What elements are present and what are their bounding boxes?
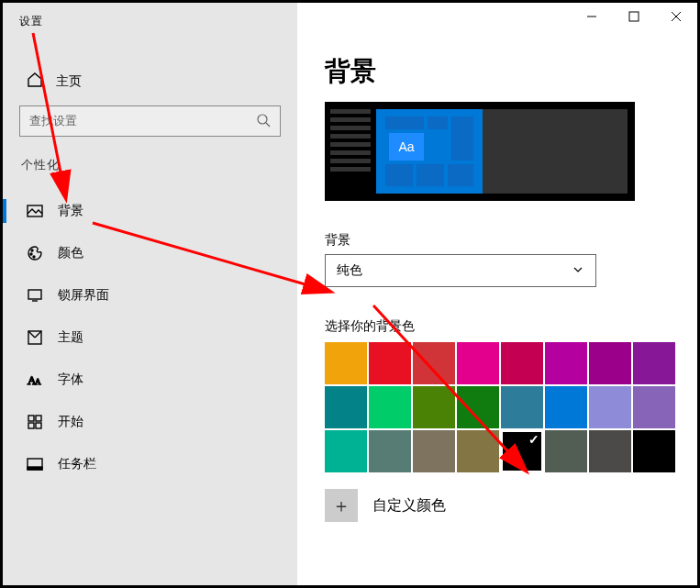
background-icon (27, 203, 43, 219)
color-swatch[interactable] (325, 386, 367, 428)
color-swatch[interactable] (413, 386, 455, 428)
sidebar-item-background[interactable]: 背景 (3, 190, 297, 232)
maximize-button[interactable] (613, 3, 655, 30)
sidebar-item-label: 任务栏 (58, 456, 96, 472)
color-swatch[interactable] (457, 386, 499, 428)
start-icon (27, 414, 43, 430)
svg-rect-18 (36, 423, 41, 428)
sidebar-item-label: 开始 (58, 414, 83, 430)
color-swatch[interactable] (545, 430, 587, 472)
app-title: 设置 (3, 8, 297, 29)
svg-rect-17 (28, 423, 34, 428)
background-section-label: 背景 (325, 232, 675, 249)
svg-point-4 (258, 115, 267, 124)
color-swatch[interactable] (413, 342, 455, 384)
svg-point-8 (30, 253, 32, 255)
svg-rect-10 (28, 290, 41, 299)
swatch-section-label: 选择你的背景色 (325, 318, 675, 335)
sidebar-item-label: 颜色 (58, 245, 83, 261)
color-swatch[interactable] (325, 342, 367, 384)
dropdown-value: 纯色 (337, 262, 362, 279)
background-type-dropdown[interactable]: 纯色 (325, 254, 596, 287)
svg-rect-15 (28, 416, 34, 421)
minimize-button[interactable] (571, 3, 613, 30)
color-swatch[interactable] (589, 342, 631, 384)
colors-icon (27, 245, 43, 261)
color-swatch[interactable] (633, 430, 675, 472)
sidebar-item-label: 锁屏界面 (58, 287, 109, 304)
svg-point-9 (33, 256, 35, 258)
custom-color-label: 自定义颜色 (372, 496, 446, 516)
chevron-down-icon (572, 263, 584, 279)
main-content: 背景 Aa 背景 纯色 选择你的背景色 ＋ 自定义颜色 (297, 3, 697, 585)
sidebar-item-colors[interactable]: 颜色 (3, 232, 297, 274)
section-label: 个性化 (21, 157, 297, 173)
sidebar-item-label: 背景 (58, 203, 83, 219)
svg-rect-1 (629, 12, 639, 21)
color-swatch[interactable] (545, 342, 587, 384)
search-icon (256, 113, 271, 130)
color-swatch[interactable] (633, 386, 675, 428)
sidebar-item-label: 字体 (58, 372, 83, 388)
lockscreen-icon (27, 287, 43, 304)
color-swatch[interactable] (369, 342, 411, 384)
color-swatch[interactable] (545, 386, 587, 428)
search-input[interactable]: 查找设置 (19, 105, 281, 137)
home-label: 主页 (56, 73, 82, 90)
preview-sample-text: Aa (389, 133, 424, 161)
sidebar: 设置 主页 查找设置 个性化 背景颜色锁屏界面主题AA字体开始任务栏 (3, 3, 297, 585)
color-swatch[interactable] (501, 430, 543, 472)
plus-icon: ＋ (332, 494, 350, 518)
sidebar-item-label: 主题 (58, 329, 83, 346)
svg-text:A: A (35, 377, 41, 386)
color-swatch[interactable] (369, 386, 411, 428)
home-icon (27, 72, 43, 91)
color-swatch[interactable] (501, 386, 543, 428)
color-swatch[interactable] (457, 430, 499, 472)
sidebar-item-fonts[interactable]: AA字体 (3, 359, 297, 401)
sidebar-item-lockscreen[interactable]: 锁屏界面 (3, 274, 297, 316)
themes-icon (27, 329, 43, 346)
close-button[interactable] (655, 3, 697, 30)
color-swatch-grid (325, 342, 675, 472)
color-swatch[interactable] (589, 386, 631, 428)
page-title: 背景 (325, 54, 675, 89)
fonts-icon: AA (27, 372, 43, 388)
color-swatch[interactable] (325, 430, 367, 472)
sidebar-item-themes[interactable]: 主题 (3, 316, 297, 359)
sidebar-item-start[interactable]: 开始 (3, 401, 297, 443)
custom-color-button[interactable]: ＋ (325, 489, 358, 522)
color-swatch[interactable] (369, 430, 411, 472)
color-swatch[interactable] (457, 342, 499, 384)
svg-point-7 (31, 250, 33, 251)
home-nav-item[interactable]: 主页 (3, 62, 297, 98)
sidebar-item-taskbar[interactable]: 任务栏 (3, 443, 297, 485)
search-placeholder: 查找设置 (29, 113, 77, 129)
color-swatch[interactable] (501, 342, 543, 384)
desktop-preview: Aa (325, 102, 635, 201)
color-swatch[interactable] (633, 342, 675, 384)
svg-rect-20 (28, 467, 42, 470)
svg-rect-16 (36, 416, 41, 421)
taskbar-icon (27, 456, 43, 472)
svg-line-5 (266, 123, 270, 127)
color-swatch[interactable] (589, 430, 631, 472)
color-swatch[interactable] (413, 430, 455, 472)
